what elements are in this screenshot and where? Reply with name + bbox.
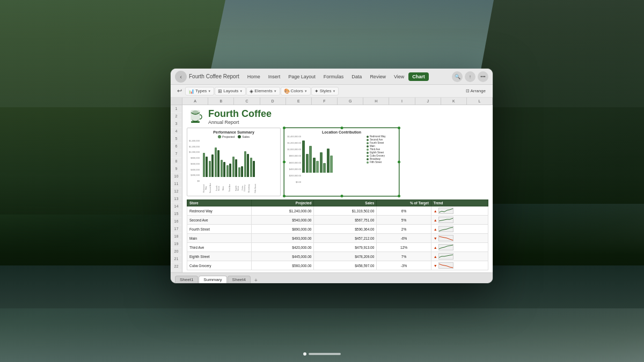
pct-val: 5% xyxy=(377,216,431,225)
layouts-button[interactable]: ⊞ Layouts ▼ xyxy=(215,87,246,95)
search-icon-btn[interactable]: 🔍 xyxy=(452,71,463,82)
performance-chart-title: Performance Summary xyxy=(190,130,277,134)
handle-rc xyxy=(398,161,400,164)
pct-val: 7% xyxy=(377,252,431,261)
report-area: Fourth Coffee Annual Report Performance … xyxy=(182,105,493,272)
performance-chart[interactable]: Performance Summary Projected Sales xyxy=(187,128,281,196)
svg-rect-2 xyxy=(191,121,200,123)
projected-val: $890,000.00 xyxy=(251,225,314,234)
col-e: E xyxy=(286,98,312,105)
scroll-bar xyxy=(309,353,341,355)
location-chart[interactable]: Location Contribution $1,400,000.00 $1,2… xyxy=(284,128,399,196)
tab-formulas[interactable]: Formulas xyxy=(320,72,348,81)
table-row: Redmond Way $1,240,000.00 $1,319,502.00 … xyxy=(187,206,488,216)
tab-view[interactable]: View xyxy=(390,72,408,81)
data-table: Store Projected Sales % of Target Trend … xyxy=(187,200,488,270)
col-l: L xyxy=(467,98,493,105)
pct-val: 6% xyxy=(377,206,431,216)
back-button[interactable]: ‹ xyxy=(175,71,187,83)
sparkline xyxy=(438,262,453,269)
title-bar: ‹ Fourth Coffee Report Home Insert Page … xyxy=(171,69,493,85)
report-titles: Fourth Coffee Annual Report xyxy=(208,109,272,125)
legend-sales: Sales xyxy=(238,135,250,138)
add-sheet-button[interactable]: + xyxy=(252,278,260,283)
col-d: D xyxy=(260,98,286,105)
projected-dot xyxy=(218,135,221,138)
col-k: K xyxy=(441,98,467,105)
pct-val: 2% xyxy=(377,225,431,234)
sales-val: $479,913.00 xyxy=(314,243,377,252)
table-row: Eighth Street $445,000.00 $478,209.00 7%… xyxy=(187,252,488,261)
performance-legend: Projected Sales xyxy=(190,135,277,138)
column-headers: A B C D E F G H I J K L xyxy=(171,98,493,105)
tab-sheet4[interactable]: Sheet4 xyxy=(228,276,251,283)
window-title: Fourth Coffee Report xyxy=(189,73,239,79)
sparkline xyxy=(438,208,453,214)
share-icon-btn[interactable]: ↑ xyxy=(465,71,475,82)
tab-chart[interactable]: Chart xyxy=(408,72,429,81)
toolbar-group-left: 📊 Types ▼ ⊞ Layouts ▼ ◈ Elements ▼ 🎨 Col… xyxy=(185,87,339,95)
th-sales: Sales xyxy=(314,200,377,206)
th-projected: Projected xyxy=(251,200,314,206)
trend-cell: ▲ xyxy=(431,206,488,216)
corner-header xyxy=(171,98,182,105)
col-j: J xyxy=(415,98,441,105)
coffee-logo xyxy=(187,108,204,125)
colors-button[interactable]: 🎨 Colors ▼ xyxy=(281,87,311,95)
handle-bl xyxy=(283,195,286,197)
handle-tr xyxy=(398,127,400,129)
tab-page-layout[interactable]: Page Layout xyxy=(284,72,319,81)
arrange-button[interactable]: ⊡ Arrange xyxy=(463,87,488,94)
trend-cell: ▲ xyxy=(431,225,488,234)
table-row: Cuba Grocery $560,000.00 $458,597.00 -3%… xyxy=(187,261,488,270)
table-row: Fourth Street $890,000.00 $590,364.00 2%… xyxy=(187,225,488,234)
store-name: Main xyxy=(187,234,252,243)
sparkline xyxy=(438,235,453,241)
sparkline xyxy=(438,217,453,223)
elements-button[interactable]: ◈ Elements ▼ xyxy=(246,87,280,95)
tab-home[interactable]: Home xyxy=(244,72,264,81)
tab-review[interactable]: Review xyxy=(366,72,390,81)
store-name: Fourth Street xyxy=(187,225,252,234)
sales-val: $567,751.00 xyxy=(314,216,377,225)
handle-tl xyxy=(283,127,286,129)
col-g: G xyxy=(338,98,363,105)
store-name: Second Ave xyxy=(187,216,252,225)
tab-data[interactable]: Data xyxy=(348,72,365,81)
sheet-content: 1 2 3 4 5 6 7 8 9 10 11 12 13 14 15 16 1… xyxy=(171,105,493,272)
th-trend: Trend xyxy=(431,200,488,206)
projected-val: $420,000.00 xyxy=(251,243,314,252)
types-button[interactable]: 📊 Types ▼ xyxy=(185,87,214,95)
tab-insert[interactable]: Insert xyxy=(265,72,284,81)
trend-cell: ▲ xyxy=(431,243,488,252)
scroll-indicators xyxy=(303,352,341,356)
undo-button[interactable]: ↩ xyxy=(175,87,184,95)
sparkline xyxy=(438,244,453,250)
col-b: B xyxy=(208,98,234,105)
projected-val: $1,240,000.00 xyxy=(251,206,314,216)
sales-dot xyxy=(238,135,241,138)
sales-val: $457,212.00 xyxy=(314,234,377,243)
report-main-title: Fourth Coffee xyxy=(208,109,272,120)
tab-summary[interactable]: Summary xyxy=(199,276,226,283)
title-actions: 🔍 ↑ ••• xyxy=(452,71,488,82)
more-icon-btn[interactable]: ••• xyxy=(478,71,488,82)
styles-button[interactable]: ✦ Styles ▼ xyxy=(311,87,339,95)
projected-val: $560,000.00 xyxy=(251,261,314,270)
col-i: I xyxy=(389,98,415,105)
location-chart-title: Location Contribution xyxy=(287,130,396,134)
row-numbers: 1 2 3 4 5 6 7 8 9 10 11 12 13 14 15 16 1… xyxy=(171,105,182,272)
x-labels-perf: Redmond Way Second Ave Fourth Street Mai… xyxy=(190,183,277,194)
handle-tc xyxy=(340,127,343,129)
report-header: Fourth Coffee Annual Report xyxy=(187,108,488,125)
col-c: C xyxy=(234,98,260,105)
excel-window: ‹ Fourth Coffee Report Home Insert Page … xyxy=(171,69,493,283)
sales-val: $1,319,502.00 xyxy=(314,206,377,216)
loc-bars xyxy=(287,135,364,173)
bar-chart-area xyxy=(190,139,277,177)
tab-sheet1[interactable]: Sheet1 xyxy=(175,276,198,283)
projected-val: $493,000.00 xyxy=(251,234,314,243)
table-row: Second Ave $540,000.00 $567,751.00 5% ▲ xyxy=(187,216,488,225)
sales-val: $458,597.00 xyxy=(314,261,377,270)
table-body: Redmond Way $1,240,000.00 $1,319,502.00 … xyxy=(187,206,488,270)
